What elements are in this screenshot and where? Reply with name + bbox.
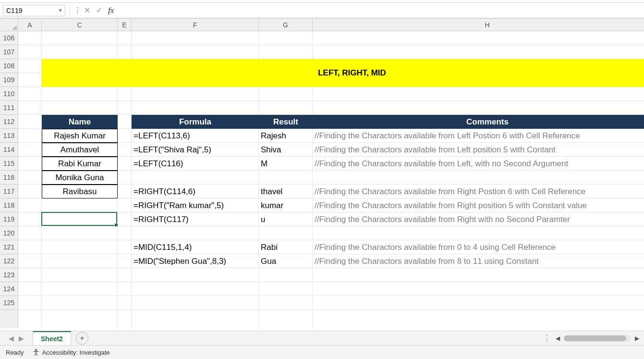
- column-header-H[interactable]: H: [313, 19, 644, 31]
- header-formula[interactable]: Formula: [132, 115, 259, 129]
- column-header-F[interactable]: F: [132, 19, 259, 31]
- fx-icon[interactable]: fx: [108, 6, 114, 15]
- row-header-110[interactable]: 110: [0, 87, 18, 101]
- result-cell-117[interactable]: thavel: [259, 185, 313, 198]
- formula-cell-114[interactable]: =LEFT("Shiva Raj",5): [132, 143, 259, 157]
- result-cell-119[interactable]: u: [259, 212, 313, 226]
- row-header-106[interactable]: 106: [0, 31, 18, 45]
- comment-cell-122[interactable]: //Finding the Charactors available from …: [313, 254, 644, 268]
- scroll-right-icon[interactable]: ▶: [635, 335, 639, 342]
- divider: [69, 5, 70, 16]
- result-cell-122[interactable]: Gua: [259, 254, 313, 268]
- comment-cell-113[interactable]: //Finding the Charactors available from …: [313, 129, 644, 143]
- formula-cell-122[interactable]: =MID("Stephen Gua",8,3): [132, 254, 259, 268]
- banner-title[interactable]: LEFT, RIGHT, MID: [42, 59, 644, 87]
- row-header-117[interactable]: 117: [0, 185, 18, 198]
- hscroll-track[interactable]: [564, 335, 631, 342]
- row-headers[interactable]: 1061071081091101111121131141151161171181…: [0, 31, 18, 328]
- header-result[interactable]: Result: [259, 115, 313, 129]
- scroll-left-icon[interactable]: ◀: [556, 335, 560, 342]
- row-header-122[interactable]: 122: [0, 254, 18, 268]
- sheet-next-icon[interactable]: ▶: [19, 334, 24, 342]
- comment-cell-117[interactable]: //Finding the Charactors available from …: [313, 185, 644, 198]
- formula-bar: C119 ▾ ⋮ ✕ ✓ fx: [0, 3, 644, 18]
- svg-point-0: [35, 349, 37, 351]
- chevron-down-icon: ▾: [59, 7, 62, 13]
- plus-icon: +: [80, 334, 84, 343]
- sheet-nav-arrows: ◀ ▶: [0, 334, 33, 342]
- name-box[interactable]: C119 ▾: [3, 5, 65, 16]
- comment-cell-121[interactable]: //Finding the Charactors available from …: [313, 240, 644, 254]
- scroll-handle-icon[interactable]: ⋮: [543, 334, 552, 343]
- comment-cell-118[interactable]: //Finding the Charactors available from …: [313, 198, 644, 212]
- row-header-108[interactable]: 108: [0, 59, 18, 73]
- accessibility-status[interactable]: Accessibility: Investigate: [33, 349, 110, 356]
- name-cell-113[interactable]: Rajesh Kumar: [42, 129, 118, 143]
- row-header-125[interactable]: 125: [0, 296, 18, 310]
- column-header-C[interactable]: C: [42, 19, 118, 31]
- gridline: [18, 296, 644, 310]
- formula-bar-buttons: ✕ ✓ fx: [84, 6, 114, 15]
- row-header-111[interactable]: 111: [0, 101, 18, 115]
- row-header-120[interactable]: 120: [0, 226, 18, 240]
- row-header-115[interactable]: 115: [0, 157, 18, 171]
- row-header-107[interactable]: 107: [0, 45, 18, 59]
- result-cell-114[interactable]: Shiva: [259, 143, 313, 157]
- result-cell-113[interactable]: Rajesh: [259, 129, 313, 143]
- spreadsheet-grid[interactable]: ACEFGH 106107108109110111112113114115116…: [0, 18, 644, 328]
- comment-cell-114[interactable]: //Finding the Charactors available from …: [313, 143, 644, 157]
- row-header-119[interactable]: 119: [0, 212, 18, 226]
- row-header-109[interactable]: 109: [0, 73, 18, 87]
- gridline: [18, 282, 644, 296]
- result-cell-118[interactable]: kumar: [259, 198, 313, 212]
- formula-cell-115[interactable]: =LEFT(C116): [132, 157, 259, 171]
- formula-cell-118[interactable]: =RIGHT("Ram kumar",5): [132, 198, 259, 212]
- add-sheet-button[interactable]: +: [76, 332, 88, 345]
- comment-cell-115[interactable]: //Finding the Charactors available from …: [313, 157, 644, 171]
- hscroll-thumb[interactable]: [564, 335, 626, 341]
- row-header-116[interactable]: 116: [0, 171, 18, 185]
- sheet-prev-icon[interactable]: ◀: [9, 334, 14, 342]
- gridline: [18, 87, 644, 101]
- gridline: [18, 226, 644, 240]
- sheet-tab-label: Sheet2: [41, 335, 63, 343]
- formula-input[interactable]: [118, 5, 641, 16]
- result-cell-121[interactable]: Rabi: [259, 240, 313, 254]
- name-cell-114[interactable]: Amuthavel: [42, 143, 118, 157]
- cancel-icon[interactable]: ✕: [84, 6, 90, 15]
- cells-area[interactable]: LEFT, RIGHT, MIDNameFormulaResultComment…: [18, 31, 644, 328]
- column-header-A[interactable]: A: [18, 19, 42, 31]
- formula-cell-119[interactable]: =RIGHT(C117): [132, 212, 259, 226]
- formula-cell-117[interactable]: =RIGHT(C114,6): [132, 185, 259, 198]
- formula-cell-121[interactable]: =MID(C115,1,4): [132, 240, 259, 254]
- row-header-123[interactable]: 123: [0, 268, 18, 282]
- header-comments[interactable]: Comments: [313, 115, 644, 129]
- name-cell-117[interactable]: Ravibasu: [42, 185, 118, 198]
- gridline: [18, 31, 644, 45]
- gridline: [18, 268, 644, 282]
- sheet-tab-active[interactable]: Sheet2: [33, 331, 71, 346]
- formula-cell-113[interactable]: =LEFT(C113,6): [132, 129, 259, 143]
- row-header-118[interactable]: 118: [0, 198, 18, 212]
- column-headers[interactable]: ACEFGH: [18, 19, 644, 31]
- select-all-corner[interactable]: [0, 19, 18, 31]
- accessibility-label: Accessibility: Investigate: [42, 349, 110, 356]
- sheet-tab-bar: ◀ ▶ Sheet2 + ⋮ ◀ ▶: [0, 331, 644, 345]
- status-bar: Ready Accessibility: Investigate: [0, 345, 644, 359]
- row-header-121[interactable]: 121: [0, 240, 18, 254]
- row-header-114[interactable]: 114: [0, 143, 18, 157]
- row-header-113[interactable]: 113: [0, 129, 18, 143]
- name-box-value: C119: [6, 7, 22, 14]
- result-cell-115[interactable]: M: [259, 157, 313, 171]
- column-header-E[interactable]: E: [118, 19, 132, 31]
- enter-icon[interactable]: ✓: [96, 6, 102, 15]
- drag-handle-icon: ⋮: [73, 7, 81, 14]
- row-header-112[interactable]: 112: [0, 115, 18, 129]
- name-cell-115[interactable]: Rabi Kumar: [42, 157, 118, 171]
- header-name[interactable]: Name: [42, 115, 118, 129]
- row-header-124[interactable]: 124: [0, 282, 18, 296]
- accessibility-icon: [33, 349, 39, 356]
- comment-cell-119[interactable]: //Finding the Charactors available from …: [313, 212, 644, 226]
- name-cell-116[interactable]: Monika Guna: [42, 171, 118, 185]
- column-header-G[interactable]: G: [259, 19, 313, 31]
